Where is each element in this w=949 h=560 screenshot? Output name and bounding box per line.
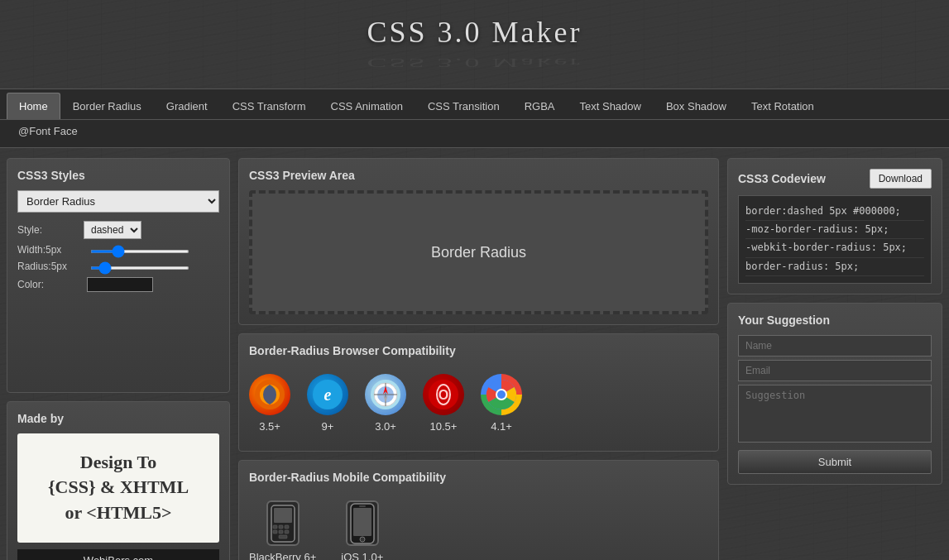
svg-rect-21 <box>285 525 289 529</box>
svg-rect-22 <box>273 530 277 534</box>
page-header: CSS 3.0 Maker CSS 3.0 Maker <box>0 0 949 89</box>
styles-panel-title: CSS3 Styles <box>17 169 219 182</box>
style-row: Style: dashed <box>17 221 219 239</box>
iphone-icon <box>346 500 379 546</box>
nav-item-border-radius[interactable]: Border Radius <box>60 93 154 119</box>
safari-icon <box>365 374 406 415</box>
safari-version: 3.0+ <box>375 420 396 433</box>
browser-firefox: 3.5+ <box>249 374 290 433</box>
blackberry-icon <box>266 500 300 546</box>
nav-bar: Home Border Radius Gradient CSS Transfor… <box>0 89 949 120</box>
styles-select[interactable]: Border Radius <box>17 190 219 213</box>
width-slider[interactable] <box>90 250 189 253</box>
mobile-row: BlackBerry 6+ iOS 1.0+ <box>249 492 708 560</box>
mobile-compat-title: Border-Radius Mobile Compatibility <box>249 471 708 484</box>
page-title: CSS 3.0 Maker <box>0 15 949 50</box>
left-column: CSS3 Styles Border Radius Style: dashed … <box>7 158 230 560</box>
chrome-icon <box>481 374 522 415</box>
middle-column: CSS3 Preview Area Border Radius Border-R… <box>238 158 719 560</box>
color-label: Color: <box>17 279 84 290</box>
code-line-3: -webkit-border-radius: 5px; <box>745 239 924 257</box>
browser-row: 3.5+ e 9+ <box>249 366 708 441</box>
madeby-footer: WebiBers.com <box>17 549 219 560</box>
preview-title: CSS3 Preview Area <box>249 169 708 182</box>
code-area: border:dashed 5px #000000; -moz-border-r… <box>738 195 932 284</box>
nav-item-text-rotation[interactable]: Text Rotation <box>739 93 827 119</box>
madeby-panel: Made by Design To {CSS} & XHTML or <HTML… <box>7 401 230 560</box>
radius-label: Radius:5px <box>17 261 84 272</box>
nav-item-css-transform[interactable]: CSS Transform <box>220 93 319 119</box>
browser-chrome: 4.1+ <box>481 374 522 433</box>
madeby-title: Made by <box>17 412 219 425</box>
width-label: Width:5px <box>17 244 84 256</box>
svg-rect-23 <box>279 530 283 534</box>
blackberry-version: BlackBerry 6+ <box>249 551 316 560</box>
code-line-4: border-radius: 5px; <box>745 258 924 276</box>
firefox-icon <box>249 374 290 415</box>
nav-bar-row2: @Font Face <box>0 120 949 148</box>
radius-slider[interactable] <box>90 266 189 270</box>
madeby-line1: Design To {CSS} & XHTML or <HTML5> <box>34 450 203 526</box>
firefox-version: 3.5+ <box>259 420 280 433</box>
name-input[interactable] <box>738 335 932 357</box>
browser-safari: 3.0+ <box>365 374 406 433</box>
mobile-compat-panel: Border-Radius Mobile Compatibility <box>238 460 719 560</box>
style-select-small[interactable]: dashed <box>84 221 141 239</box>
right-column: CSS3 Codeview Download border:dashed 5px… <box>727 158 942 560</box>
svg-point-16 <box>497 390 506 399</box>
nav-item-home[interactable]: Home <box>7 93 60 119</box>
nav-item-text-shadow[interactable]: Text Shadow <box>568 93 654 119</box>
blackberry-svg <box>270 505 296 543</box>
suggestion-title: Your Suggestion <box>738 314 932 327</box>
browser-opera: O 10.5+ <box>423 374 464 433</box>
svg-rect-18 <box>274 508 292 523</box>
browser-compat-title: Border-Radius Browser Compatibility <box>249 344 708 357</box>
svg-rect-25 <box>279 535 287 538</box>
nav-item-css-animation[interactable]: CSS Animation <box>319 93 415 119</box>
styles-panel: CSS3 Styles Border Radius Style: dashed … <box>7 158 230 393</box>
color-swatch[interactable] <box>87 277 153 292</box>
suggestion-panel: Your Suggestion Submit <box>727 303 942 485</box>
madeby-inner: Design To {CSS} & XHTML or <HTML5> <box>17 433 219 543</box>
submit-button[interactable]: Submit <box>738 450 932 474</box>
nav-item-gradient[interactable]: Gradient <box>154 93 220 119</box>
svg-text:O: O <box>439 388 448 402</box>
download-button[interactable]: Download <box>870 169 932 189</box>
nav-item-box-shadow[interactable]: Box Shadow <box>654 93 739 119</box>
codeview-title: CSS3 Codeview <box>738 172 826 185</box>
svg-rect-20 <box>279 525 283 529</box>
opera-svg: O <box>427 378 460 411</box>
code-line-1: border:dashed 5px #000000; <box>745 203 924 221</box>
svg-rect-27 <box>353 508 371 536</box>
color-row: Color: <box>17 277 219 292</box>
safari-svg <box>369 378 402 411</box>
preview-panel: CSS3 Preview Area Border Radius <box>238 158 719 325</box>
radius-slider-container <box>87 261 186 272</box>
email-input[interactable] <box>738 360 932 381</box>
preview-text: Border Radius <box>431 244 526 261</box>
opera-version: 10.5+ <box>430 420 458 433</box>
code-line-2: -moz-border-radius: 5px; <box>745 221 924 239</box>
ie-icon: e <box>307 374 348 415</box>
main-content: CSS3 Styles Border Radius Style: dashed … <box>0 148 949 560</box>
width-row: Width:5px <box>17 244 219 256</box>
nav-item-css-transition[interactable]: CSS Transition <box>415 93 512 119</box>
iphone-svg <box>349 503 376 544</box>
suggestion-textarea[interactable] <box>738 385 932 443</box>
svg-rect-19 <box>273 525 277 529</box>
codeview-panel: CSS3 Codeview Download border:dashed 5px… <box>727 158 942 294</box>
width-slider-container <box>87 244 186 256</box>
preview-area: Border Radius <box>249 190 708 314</box>
firefox-svg <box>253 378 286 411</box>
nav-item-rgba[interactable]: RGBA <box>512 93 568 119</box>
style-label: Style: <box>17 224 84 236</box>
svg-rect-24 <box>285 530 289 534</box>
ie-version: 9+ <box>322 420 334 433</box>
radius-row: Radius:5px <box>17 261 219 272</box>
browser-ie: e 9+ <box>307 374 348 433</box>
codeview-header: CSS3 Codeview Download <box>738 169 932 189</box>
device-ios: iOS 1.0+ <box>341 500 383 560</box>
svg-rect-29 <box>359 505 366 507</box>
svg-point-28 <box>360 537 365 542</box>
nav-item-font-face[interactable]: @Font Face <box>7 120 942 144</box>
